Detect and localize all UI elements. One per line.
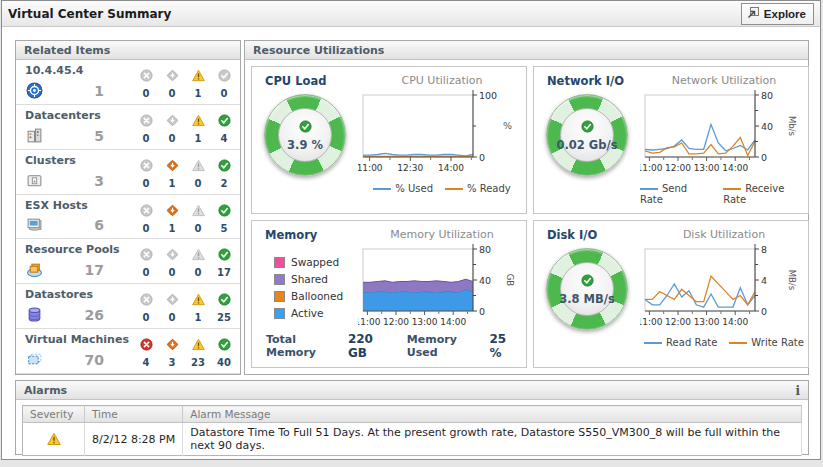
status-critical[interactable]: 0	[159, 291, 185, 323]
status-fatal[interactable]: 0	[133, 112, 159, 144]
related-item-row-cluster[interactable]: Clusters30102	[16, 150, 240, 195]
svg-text:12:00: 12:00	[665, 317, 691, 327]
status-normal[interactable]: 40	[211, 336, 237, 368]
status-normal[interactable]: 4	[211, 112, 237, 144]
fatal-count: 0	[143, 133, 150, 144]
related-item-label: 10.4.45.4	[25, 64, 83, 77]
legend-swatch	[274, 308, 285, 319]
svg-text:Mb/s: Mb/s	[787, 116, 797, 137]
warning-count: 1	[195, 312, 202, 323]
disk-utilization-chart[interactable]: 048MB/s11:0012:0013:0014:00	[640, 241, 808, 339]
legend-line-swatch	[640, 188, 658, 190]
status-warning[interactable]: 1	[185, 291, 211, 323]
network-chart-legend: Send RateReceive Rate	[640, 183, 808, 205]
status-warning[interactable]: 1	[185, 67, 211, 99]
related-item-row-host[interactable]: ESX Hosts60105	[16, 195, 240, 240]
cpu-chart-legend: % Used% Ready	[373, 183, 510, 194]
status-fatal[interactable]: 0	[133, 67, 159, 99]
critical-count: 0	[169, 312, 176, 323]
svg-text:GB: GB	[505, 274, 515, 287]
legend-item: % Used	[373, 183, 433, 194]
normal-status-icon	[218, 291, 231, 310]
alarms-table: Severity Time Alarm Message 8/2/12 8:28 …	[22, 405, 802, 456]
cpu-quadrant: CPU Load 3.9 % CPU Utilization 0100%11:0…	[251, 66, 527, 214]
status-group: 00125	[133, 291, 237, 323]
status-warning[interactable]: 0	[185, 202, 211, 234]
datastore-icon	[26, 306, 43, 323]
alarm-message: Datastore Time To Full 51 Days. At the p…	[183, 423, 802, 456]
normal-count: 5	[221, 223, 228, 234]
related-item-count: 70	[60, 352, 104, 368]
status-fatal[interactable]: 0	[133, 202, 159, 234]
svg-text:12:00: 12:00	[383, 317, 409, 327]
status-critical[interactable]: 1	[159, 157, 185, 189]
warning-status-icon	[192, 246, 205, 265]
fatal-count: 0	[143, 312, 150, 323]
status-warning[interactable]: 23	[185, 336, 211, 368]
svg-text:100: 100	[479, 90, 497, 101]
status-critical[interactable]: 0	[159, 112, 185, 144]
status-normal[interactable]: 0	[211, 67, 237, 99]
related-item-row-vm[interactable]: Virtual Machines70432340	[16, 329, 240, 374]
related-item-label: ESX Hosts	[25, 199, 88, 212]
critical-status-icon	[166, 291, 179, 310]
memory-quadrant: Memory SwappedSharedBalloonedActive Memo…	[251, 220, 527, 368]
warning-status-icon	[192, 291, 205, 310]
network-utilization-chart[interactable]: 04080Mb/s11:0012:0013:0014:00	[640, 87, 808, 185]
svg-text:MB/s: MB/s	[787, 270, 797, 291]
status-critical[interactable]: 0	[159, 246, 185, 278]
status-critical[interactable]: 1	[159, 202, 185, 234]
normal-status-icon	[218, 157, 231, 176]
disk-io-gauge[interactable]: 3.8 MB/s	[546, 248, 628, 330]
status-fatal[interactable]: 0	[133, 291, 159, 323]
status-critical[interactable]: 3	[159, 336, 185, 368]
legend-label: Active	[291, 307, 323, 319]
resource-utilizations-header: Resource Utilizations	[245, 41, 808, 60]
status-normal[interactable]: 25	[211, 291, 237, 323]
status-warning[interactable]: 0	[185, 157, 211, 189]
related-item-row-datastore[interactable]: Datastores2600125	[16, 284, 240, 329]
svg-text:11:00: 11:00	[640, 317, 663, 327]
legend-item: Send Rate	[640, 183, 711, 205]
fatal-status-icon	[140, 246, 153, 265]
related-item-row-resourcepool[interactable]: Resource Pools1700017	[16, 239, 240, 284]
cpu-load-gauge[interactable]: 3.9 %	[264, 94, 346, 176]
legend-label: Shared	[291, 273, 328, 285]
svg-text:11:00: 11:00	[358, 317, 381, 327]
normal-status-icon	[299, 118, 312, 137]
status-normal[interactable]: 5	[211, 202, 237, 234]
related-items-rows: 10.4.45.410010Datacenters50014Clusters30…	[16, 60, 240, 374]
info-icon[interactable]: i	[795, 384, 800, 399]
normal-count: 2	[221, 178, 228, 189]
svg-text:0: 0	[479, 152, 485, 163]
legend-item: Read Rate	[644, 337, 717, 348]
svg-text:14:00: 14:00	[440, 317, 466, 327]
title-bar: Virtual Center Summary Explore	[2, 1, 820, 27]
status-normal[interactable]: 2	[211, 157, 237, 189]
critical-status-icon	[166, 157, 179, 176]
status-warning[interactable]: 1	[185, 112, 211, 144]
warning-status-icon	[192, 157, 205, 176]
related-items-title: Related Items	[24, 44, 110, 59]
status-warning[interactable]: 0	[185, 246, 211, 278]
memory-utilization-chart[interactable]: 04080GB11:0012:0013:0014:00	[358, 241, 526, 339]
alarm-row[interactable]: 8/2/12 8:28 PMDatastore Time To Full 51 …	[23, 423, 802, 456]
network-io-gauge[interactable]: 0.02 Gb/s	[546, 94, 628, 176]
related-item-label: Clusters	[25, 154, 76, 167]
legend-label: Ballooned	[291, 290, 343, 302]
cpu-utilization-chart[interactable]: 0100%11:0012:3014:00	[358, 87, 526, 185]
status-critical[interactable]: 0	[159, 67, 185, 99]
status-normal[interactable]: 17	[211, 246, 237, 278]
status-fatal[interactable]: 4	[133, 336, 159, 368]
related-item-row-vcenter[interactable]: 10.4.45.410010	[16, 60, 240, 105]
resource-utilizations-panel: Resource Utilizations CPU Load 3.9 %	[244, 40, 809, 375]
svg-text:0: 0	[761, 306, 767, 317]
network-quadrant: Network I/O 0.02 Gb/s Network Utilizatio…	[533, 66, 809, 214]
status-fatal[interactable]: 0	[133, 246, 159, 278]
legend-line-swatch	[445, 188, 463, 190]
svg-text:8: 8	[761, 244, 767, 255]
status-fatal[interactable]: 0	[133, 157, 159, 189]
status-group: 0102	[133, 157, 237, 189]
related-item-row-datacenter[interactable]: Datacenters50014	[16, 105, 240, 150]
explore-button[interactable]: Explore	[741, 3, 814, 25]
